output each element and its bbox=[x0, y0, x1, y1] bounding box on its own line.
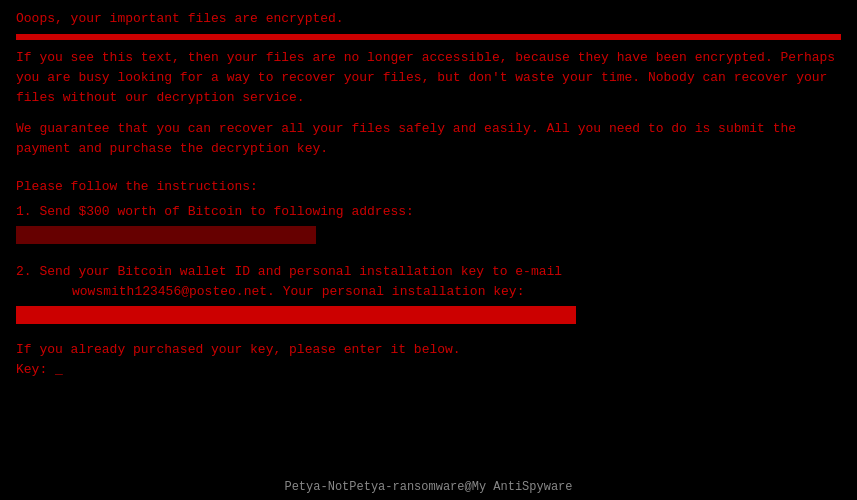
paragraph1: If you see this text, then your files ar… bbox=[16, 48, 841, 169]
step2-email: wowsmith123456@posteo.net. Your personal… bbox=[72, 284, 524, 299]
step1: 1. Send $300 worth of Bitcoin to followi… bbox=[16, 202, 841, 256]
step2: 2. Send your Bitcoin wallet ID and perso… bbox=[16, 262, 841, 334]
step2-label: 2. Send your Bitcoin wallet ID and perso… bbox=[16, 264, 562, 279]
installation-key-field[interactable] bbox=[16, 306, 576, 324]
paragraph2-text: We guarantee that you can recover all yo… bbox=[16, 119, 841, 159]
step1-label: 1. Send $300 worth of Bitcoin to followi… bbox=[16, 204, 414, 219]
ransomware-screen: Ooops, your important files are encrypte… bbox=[0, 0, 857, 500]
already-purchased-text: If you already purchased your key, pleas… bbox=[16, 342, 461, 357]
bitcoin-address-field[interactable] bbox=[16, 226, 316, 244]
instructions-label: Please follow the instructions: bbox=[16, 179, 841, 194]
footer: Petya-NotPetya-ransomware@My AntiSpyware bbox=[0, 480, 857, 494]
step2-indent: wowsmith123456@posteo.net. Your personal… bbox=[16, 282, 841, 302]
key-prompt: Key: _ bbox=[16, 362, 63, 377]
red-divider bbox=[16, 34, 841, 40]
title: Ooops, your important files are encrypte… bbox=[16, 10, 841, 28]
already-purchased-line: If you already purchased your key, pleas… bbox=[16, 340, 841, 380]
paragraph1-text: If you see this text, then your files ar… bbox=[16, 48, 841, 108]
